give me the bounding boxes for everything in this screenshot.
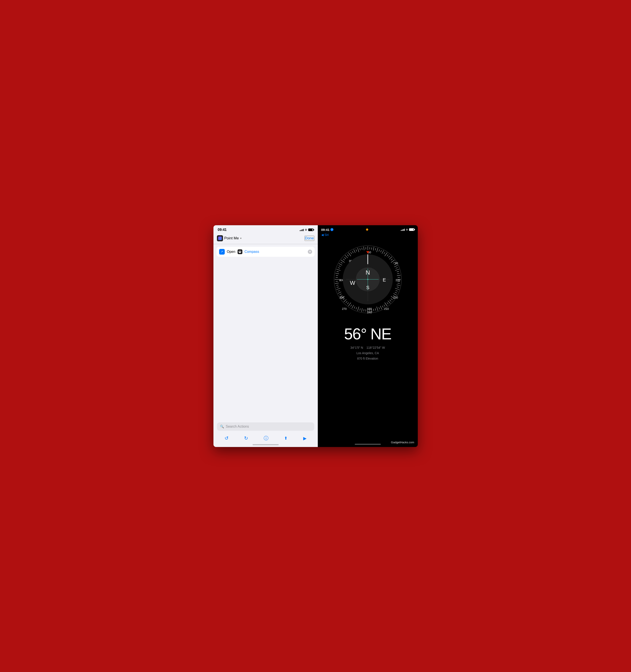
home-indicator <box>252 444 278 445</box>
compass-icon-inner <box>239 250 241 253</box>
arrow-up-right-icon: ↗ <box>221 250 223 253</box>
svg-line-41 <box>385 303 387 306</box>
svg-line-37 <box>391 298 392 299</box>
svg-line-11 <box>385 253 387 256</box>
elevation-display: 870 ft Elevation <box>350 356 385 361</box>
siri-back-area[interactable]: ◀ Siri <box>318 233 418 238</box>
redo-button[interactable]: ↻ <box>244 435 248 441</box>
left-time: 09:41 <box>218 228 227 232</box>
svg-line-77 <box>336 277 338 278</box>
left-status-bar: 09:41 ⊛ <box>214 225 318 234</box>
svg-line-69 <box>338 292 341 293</box>
svg-line-84 <box>339 263 342 265</box>
svg-line-48 <box>373 309 374 311</box>
svg-line-73 <box>336 285 338 285</box>
svg-line-72 <box>337 287 339 287</box>
svg-line-57 <box>356 307 357 309</box>
svg-line-91 <box>348 253 351 256</box>
run-button[interactable]: ▶ <box>303 436 307 441</box>
svg-line-38 <box>389 300 391 301</box>
app-title-area[interactable]: Point Me ▾ <box>217 235 242 241</box>
svg-line-87 <box>343 259 344 260</box>
svg-line-6 <box>377 248 378 252</box>
city-display: Los Angeles, CA <box>350 351 385 356</box>
svg-line-95 <box>356 249 357 251</box>
undo-button[interactable]: ↺ <box>224 435 228 441</box>
svg-line-89 <box>345 255 347 258</box>
svg-line-19 <box>394 265 397 267</box>
right-time-area: 09:41 ↗ <box>321 228 334 232</box>
svg-point-107 <box>367 279 368 280</box>
svg-line-10 <box>384 252 385 254</box>
svg-line-14 <box>389 257 392 259</box>
svg-line-80 <box>337 271 339 272</box>
svg-line-12 <box>387 254 388 256</box>
svg-line-88 <box>344 257 346 259</box>
svg-line-28 <box>397 283 399 283</box>
svg-line-31 <box>395 288 399 289</box>
svg-line-97 <box>360 248 360 250</box>
compass-svg: // This will be done via static SVG tick… <box>331 242 405 316</box>
svg-line-81 <box>336 269 340 270</box>
compass-reading: 56° NE <box>340 316 395 345</box>
svg-line-96 <box>358 248 359 252</box>
svg-line-62 <box>347 303 348 304</box>
search-bar-area: 🔍 Search Actions <box>214 420 318 433</box>
right-home-indicator <box>355 444 381 445</box>
degree-300: 300 <box>339 296 344 299</box>
svg-line-39 <box>388 301 390 303</box>
open-action-label: Open <box>227 250 236 254</box>
compass-app-panel: 09:41 ↗ ⊛ ◀ Siri <box>318 225 418 447</box>
svg-line-54 <box>362 308 362 312</box>
svg-line-64 <box>344 299 346 302</box>
svg-line-33 <box>395 292 397 293</box>
svg-line-43 <box>382 306 383 307</box>
latitude-display: 34°1'5" N <box>350 346 363 350</box>
svg-line-74 <box>335 283 339 283</box>
share-button[interactable]: ⬆ <box>284 436 288 441</box>
svg-line-78 <box>336 275 338 275</box>
shortcuts-icon-inner <box>218 237 222 240</box>
shortcuts-app-icon <box>217 235 223 241</box>
chevron-down-icon[interactable]: ▾ <box>240 237 242 240</box>
bottom-toolbar: ↺ ↻ ⓘ ⬆ ▶ <box>214 433 318 443</box>
info-button[interactable]: ⓘ <box>264 435 268 441</box>
arrow-icon: ↗ <box>331 229 333 231</box>
done-button[interactable]: Done <box>305 236 314 241</box>
coordinates-display: 34°1'5" N 118°22'54" W <box>350 345 385 351</box>
action-row[interactable]: ↗ Open Compass ✕ <box>217 247 315 257</box>
longitude-display: 118°22'54" W <box>366 346 385 350</box>
svg-line-55 <box>360 308 360 310</box>
svg-line-63 <box>346 301 347 303</box>
svg-line-85 <box>341 262 342 263</box>
degree-150: 150 <box>393 296 398 299</box>
right-status-bar: 09:41 ↗ ⊛ <box>318 225 418 233</box>
svg-line-40 <box>387 303 388 304</box>
svg-line-94 <box>354 249 355 253</box>
svg-line-68 <box>340 294 341 295</box>
west-cardinal: W <box>350 280 355 286</box>
east-cardinal: E <box>383 277 386 283</box>
svg-line-53 <box>364 309 364 311</box>
svg-line-42 <box>384 305 385 306</box>
search-actions-bar[interactable]: 🔍 Search Actions <box>217 423 314 431</box>
svg-line-32 <box>395 290 397 291</box>
degree-240: 240 <box>367 311 372 314</box>
svg-line-7 <box>379 249 380 251</box>
svg-line-3 <box>371 247 372 249</box>
svg-line-83 <box>339 265 341 266</box>
siri-back-button[interactable]: ◀ Siri <box>321 233 329 237</box>
actions-content-area <box>214 259 318 420</box>
shortcut-name: Point Me <box>224 236 239 240</box>
shortcut-header: Point Me ▾ Done <box>214 234 318 244</box>
watermark: GadgetHacks.com <box>391 441 414 444</box>
svg-line-9 <box>382 250 384 254</box>
right-time: 09:41 <box>321 228 330 232</box>
signal-bars-icon <box>300 229 304 231</box>
svg-line-70 <box>338 290 340 291</box>
svg-line-21 <box>395 269 399 270</box>
remove-action-button[interactable]: ✕ <box>308 249 312 254</box>
right-battery-icon <box>409 228 414 231</box>
svg-line-34 <box>393 293 397 295</box>
svg-line-24 <box>397 275 401 275</box>
